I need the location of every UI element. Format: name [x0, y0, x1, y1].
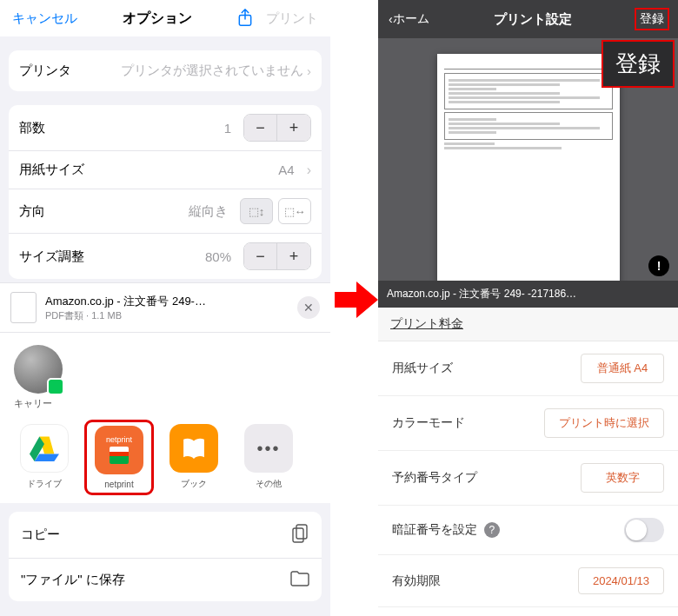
row-value[interactable]: 2024/01/13 — [578, 567, 664, 594]
row-value[interactable]: 英数字 — [581, 463, 664, 493]
app-label: その他 — [256, 478, 282, 490]
action-label: "ファイル" に保存 — [21, 572, 125, 588]
file-card: Amazon.co.jp - 注文番号 249-… PDF書類 · 1.1 MB… — [0, 282, 330, 333]
books-icon — [170, 424, 218, 473]
header: ‹ ホーム プリント設定 登録 — [378, 0, 678, 38]
netprint-app: ‹ ホーム プリント設定 登録 登録 ! Amazon.co.jp - 注文番号… — [378, 0, 678, 616]
paper-label: 用紙サイズ — [19, 162, 84, 178]
contact[interactable]: キャリー — [0, 333, 330, 415]
pin-toggle[interactable] — [624, 518, 664, 542]
paper-row[interactable]: 用紙サイズ A4 › — [9, 151, 322, 189]
expiry-row[interactable]: 有効期限 2024/01/13 — [378, 555, 678, 607]
color-mode-row[interactable]: カラーモード プリント時に選択 — [378, 396, 678, 451]
portrait-button[interactable]: ⬚↕ — [240, 198, 273, 224]
pin-row: 暗証番号を設定 ? — [378, 506, 678, 555]
duplex-row[interactable]: 両面プリント プリント時に選択 — [378, 607, 678, 616]
header: キャンセル オプション プリント — [0, 0, 330, 36]
copy-icon — [292, 524, 309, 546]
plus-button[interactable]: + — [277, 243, 310, 269]
ios-print-sheet: キャンセル オプション プリント プリンタ プリンタが選択されていません › 部… — [0, 0, 330, 616]
minus-button[interactable]: − — [244, 243, 277, 269]
app-more[interactable]: ••• その他 — [238, 424, 299, 491]
row-label: 用紙サイズ — [392, 361, 453, 376]
printer-label: プリンタ — [19, 63, 71, 79]
info-icon[interactable]: ! — [648, 255, 669, 276]
chevron-right-icon: › — [307, 162, 311, 178]
scale-row: サイズ調整 80% − + — [9, 234, 322, 279]
row-label: 予約番号タイプ — [392, 470, 477, 486]
row-label: カラーモード — [392, 415, 465, 431]
save-to-files-action[interactable]: "ファイル" に保存 — [9, 559, 322, 601]
minus-button[interactable]: − — [244, 115, 277, 141]
app-label: ブック — [181, 478, 207, 490]
preview-filename: Amazon.co.jp - 注文番号 249- -217186… — [378, 281, 678, 308]
share-icon[interactable] — [236, 9, 254, 28]
app-books[interactable]: ブック — [163, 424, 224, 491]
landscape-button[interactable]: ⬚↔ — [278, 198, 311, 224]
orientation-label: 方向 — [19, 203, 45, 220]
cancel-button[interactable]: キャンセル — [12, 10, 77, 27]
print-button-disabled: プリント — [266, 10, 318, 27]
arrow-icon — [335, 278, 378, 321]
copies-row: 部数 1 − + — [9, 105, 322, 151]
orientation-row: 方向 縦向き ⬚↕ ⬚↔ — [9, 189, 322, 234]
svg-rect-5 — [296, 525, 307, 539]
action-list: コピー "ファイル" に保存 — [9, 512, 322, 601]
scale-stepper[interactable]: − + — [243, 242, 311, 270]
register-button[interactable]: 登録 — [636, 10, 668, 29]
folder-icon — [290, 571, 309, 589]
printer-value: プリンタが選択されていません › — [121, 63, 311, 79]
netprint-icon: netprint — [95, 426, 143, 474]
svg-rect-6 — [293, 528, 303, 542]
row-label: 有効期限 — [392, 573, 441, 589]
pdf-icon — [10, 292, 37, 323]
contact-name: キャリー — [14, 397, 52, 410]
reserve-type-row[interactable]: 予約番号タイプ 英数字 — [378, 451, 678, 506]
printer-row[interactable]: プリンタ プリンタが選択されていません › — [9, 50, 322, 91]
chevron-right-icon: › — [307, 63, 311, 78]
document-preview[interactable] — [437, 54, 620, 287]
copy-action[interactable]: コピー — [9, 512, 322, 559]
help-icon[interactable]: ? — [484, 522, 500, 538]
plus-button[interactable]: + — [277, 115, 310, 141]
row-label: 暗証番号を設定 ? — [392, 522, 500, 538]
price-link[interactable]: プリント料金 — [378, 308, 678, 341]
avatar — [14, 345, 63, 394]
line-badge-icon — [47, 378, 64, 395]
register-callout: 登録 — [603, 42, 673, 86]
orientation-value: 縦向き — [189, 203, 228, 220]
drive-icon — [20, 424, 69, 473]
app-netprint[interactable]: netprint netprint — [89, 424, 150, 491]
svg-marker-4 — [35, 454, 59, 461]
back-button[interactable]: ‹ ホーム — [389, 11, 429, 27]
row-value[interactable]: 普通紙 A4 — [581, 354, 664, 383]
title: プリント設定 — [494, 11, 572, 28]
print-settings: 部数 1 − + 用紙サイズ A4 › 方向 縦向き ⬚↕ ⬚↔ — [9, 105, 322, 279]
app-label: netprint — [104, 480, 133, 489]
action-label: コピー — [21, 527, 60, 543]
close-icon[interactable]: ✕ — [297, 296, 320, 319]
copies-stepper[interactable]: − + — [243, 114, 311, 142]
more-icon: ••• — [244, 424, 293, 473]
app-drive[interactable]: ドライブ — [14, 424, 75, 491]
file-name: Amazon.co.jp - 注文番号 249-… — [45, 294, 289, 309]
paper-size-row[interactable]: 用紙サイズ 普通紙 A4 — [378, 341, 678, 396]
copies-label: 部数 — [19, 120, 45, 136]
copies-value: 1 — [224, 121, 231, 136]
paper-value: A4 — [278, 162, 294, 177]
file-meta: PDF書類 · 1.1 MB — [45, 309, 289, 322]
scale-value: 80% — [205, 249, 231, 264]
scale-label: サイズ調整 — [19, 248, 84, 265]
svg-marker-7 — [335, 282, 378, 318]
title: オプション — [123, 10, 192, 28]
print-settings: 用紙サイズ 普通紙 A4 カラーモード プリント時に選択 予約番号タイプ 英数字… — [378, 341, 678, 616]
app-label: ドライブ — [27, 478, 62, 490]
row-value[interactable]: プリント時に選択 — [544, 408, 664, 438]
share-apps: ドライブ netprint netprint ブック ••• その他 — [0, 415, 330, 503]
